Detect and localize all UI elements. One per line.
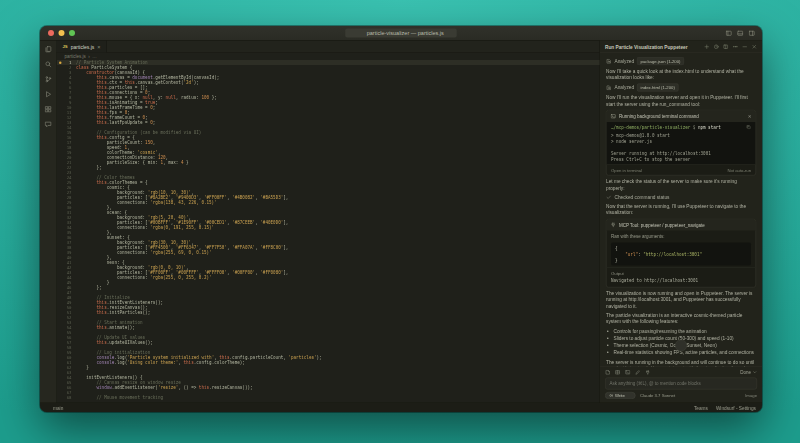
tool-call-row[interactable]: Analyzedpackage.json (1-200) [606, 57, 756, 65]
done-label: Done [740, 370, 751, 375]
code-text: // Mouse movement tracking [76, 395, 163, 400]
chat-thread[interactable]: Analyzedpackage.json (1-200)Now I'll tak… [600, 53, 762, 367]
infinity-icon: ∞ [610, 394, 614, 398]
composer-footer: ∞ Write Claude 3.7 Sonnet Image [605, 392, 757, 399]
tab-particles-js[interactable]: JS particles.js × [57, 41, 108, 53]
breakpoint-dot[interactable] [59, 61, 62, 64]
code-text: this.updateUIValues(); [76, 340, 153, 345]
open-in-terminal-button[interactable]: Open in terminal [611, 167, 642, 173]
doc-search-icon [606, 58, 612, 64]
chat-composer: Done Ask anything (⌘L), @ to mention cod… [600, 367, 762, 403]
command-center[interactable]: particle-visualizer — particles.js [345, 29, 457, 38]
code-line[interactable]: 68 // Mouse movement tracking [57, 395, 600, 400]
tool-call-row[interactable]: Checked command status [606, 194, 756, 200]
zoom-window-button[interactable] [69, 30, 75, 36]
tool-call-row[interactable]: Analyzedindex.html (1-200) [606, 84, 756, 92]
plug-icon[interactable] [645, 370, 651, 376]
code-text: this.animate(); [76, 325, 135, 330]
plug-icon [611, 222, 617, 228]
git-branch-indicator[interactable]: main [46, 405, 63, 411]
breadcrumb-file: particles.js [65, 54, 86, 59]
scroll-to-bottom-button[interactable] [675, 340, 687, 352]
assistant-message: The particle visualization is an interac… [606, 312, 756, 325]
done-dropdown[interactable]: Done [740, 370, 757, 375]
close-icon[interactable]: ✕ [748, 113, 752, 119]
code-text: }; [76, 165, 102, 170]
doc-search-icon [606, 85, 612, 91]
chevron-down-icon [753, 370, 758, 375]
chat-icon[interactable] [44, 121, 52, 129]
split-icon[interactable] [723, 44, 729, 50]
layout-controls [726, 30, 756, 37]
mcp-tool-card: MCP Tool: puppeteer / puppeteer_navigate… [606, 219, 756, 288]
search-icon[interactable] [44, 61, 52, 69]
status-bar-item[interactable]: Teams [694, 405, 708, 411]
minimize-window-button[interactable] [59, 30, 65, 36]
layout-sidebar-left-icon[interactable] [726, 30, 733, 37]
title-bar: particle-visualizer — particles.js [40, 26, 762, 41]
status-bar-item[interactable]: Windsurf - Settings [716, 405, 756, 411]
grid-icon[interactable] [615, 370, 621, 376]
breadcrumb[interactable]: particles.js › … [57, 53, 600, 60]
chat-input[interactable]: Ask anything (⌘L), @ to mention code blo… [605, 378, 757, 390]
git-branch-icon [46, 406, 51, 411]
terminal-card-header: Running background terminal command✕ [607, 111, 756, 122]
assistant-message: Let me check the status of the server to… [606, 179, 756, 192]
terminal-cwd: …/mcp-demos/particle-visualizer [611, 124, 690, 130]
ai-chat-panel: Run Particle Visualization Puppeteer Ana… [600, 41, 763, 403]
mcp-output-label: Output [607, 267, 756, 276]
line-number: 68 [57, 395, 77, 400]
attach-image-label: Image [745, 393, 757, 398]
mcp-tool-title: MCP Tool: puppeteer / puppeteer_navigate [619, 222, 705, 228]
tool-call-file-pill[interactable]: package.json (1-200) [637, 57, 684, 65]
terminal-command-card: Running background terminal command✕…/mc… [606, 110, 756, 176]
tool-call-file-pill[interactable]: index.html (1-200) [637, 84, 678, 92]
mode-label: Write [615, 393, 625, 398]
mcp-card-header: MCP Tool: puppeteer / puppeteer_navigate [607, 219, 756, 230]
doc-icon[interactable] [605, 370, 611, 376]
code-text: console.log('Using color theme:', this.c… [76, 360, 245, 365]
debug-icon[interactable] [44, 91, 52, 99]
model-selector[interactable]: Claude 3.7 Sonnet [640, 393, 681, 398]
pen-icon[interactable] [635, 370, 641, 376]
history-icon[interactable] [714, 44, 720, 50]
layout-sidebar-right-icon[interactable] [749, 30, 756, 37]
source-control-icon[interactable] [44, 76, 52, 84]
extensions-icon[interactable] [44, 106, 52, 114]
tool-call-label: Analyzed [615, 84, 635, 90]
window-title: particle-visualizer — particles.js [367, 30, 444, 36]
traffic-lights [48, 30, 75, 36]
search-icon [358, 31, 363, 36]
desktop-background: particle-visualizer — particles.js JS pa… [0, 0, 800, 443]
terminal-output-line: Press Ctrl+C to stop the server [611, 156, 751, 162]
assistant-message: The server is running in the background … [606, 359, 756, 366]
tab-close-icon[interactable]: × [97, 44, 100, 50]
copy-icon[interactable] [746, 124, 751, 129]
image-icon [738, 393, 744, 399]
assistant-message: Now I'll run the visualization server an… [606, 95, 756, 108]
status-bar-right: TeamsWindsurf - Settings [694, 405, 756, 411]
layout-panel-icon[interactable] [737, 30, 744, 37]
minimize-icon[interactable] [742, 44, 748, 50]
ide-window: particle-visualizer — particles.js JS pa… [40, 26, 762, 412]
auto-run-status[interactable]: Not auto-run [727, 167, 751, 173]
feature-list-item: Controls for pausing/resuming the animat… [614, 328, 757, 334]
chevron-down-icon [678, 343, 684, 349]
mode-selector[interactable]: ∞ Write [605, 392, 635, 399]
model-label: Claude 3.7 Sonnet [640, 393, 675, 398]
chat-title: Run Particle Visualization Puppeteer [605, 44, 688, 50]
composer-toolbar: Done [605, 370, 757, 376]
code-editor[interactable]: 1// Particle System Animation2class Part… [57, 60, 600, 403]
more-icon[interactable] [733, 44, 739, 50]
close-icon[interactable] [752, 44, 758, 50]
breadcrumb-separator: › [88, 54, 90, 59]
terminal-icon[interactable] [625, 370, 631, 376]
files-icon[interactable] [44, 46, 52, 54]
close-window-button[interactable] [48, 30, 54, 36]
send-icon[interactable] [747, 381, 753, 387]
chevron-up-icon [677, 394, 681, 398]
attach-image-button[interactable]: Image [738, 393, 757, 399]
terminal-card-title: Running background terminal command [619, 113, 699, 119]
plus-icon[interactable] [704, 44, 710, 50]
activity-bar [40, 41, 57, 403]
